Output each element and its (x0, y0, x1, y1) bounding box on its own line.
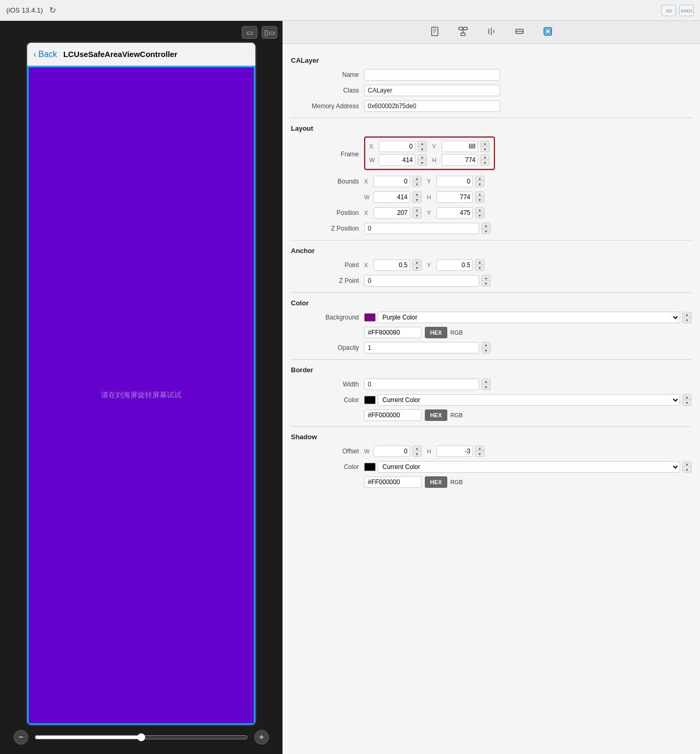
frame-h-input[interactable] (442, 154, 478, 166)
border-color-swatch[interactable] (364, 396, 376, 404)
frame-y-up[interactable]: ▲ (481, 141, 489, 146)
border-width-input[interactable] (364, 379, 479, 390)
bounds-h-up[interactable]: ▲ (476, 192, 484, 197)
position-x-up[interactable]: ▲ (413, 208, 421, 213)
back-button[interactable]: ‹ Back (33, 50, 57, 59)
border-rgb-button[interactable]: RGB (450, 412, 463, 418)
frame-x-input[interactable] (379, 141, 415, 152)
tab-layer[interactable] (540, 25, 556, 40)
border-hex-button[interactable]: HEX (425, 409, 447, 421)
frame-y-input[interactable] (442, 141, 478, 152)
bgcolor-up[interactable]: ▲ (683, 312, 691, 317)
frame-h-up[interactable]: ▲ (481, 155, 489, 160)
memory-label: Memory Address (291, 102, 364, 110)
zoom-in-button[interactable]: + (254, 730, 269, 745)
shadow-color-down[interactable]: ▼ (683, 467, 691, 472)
title-bar: (iOS 13.4.1) ↻ ▭ ▭▭ (0, 0, 700, 21)
svg-rect-13 (544, 28, 551, 35)
frame-x-up[interactable]: ▲ (418, 141, 426, 146)
shadow-hex-input[interactable] (364, 476, 422, 488)
memory-value (364, 100, 692, 112)
zpoint-input[interactable] (364, 275, 479, 287)
bounds-x-down[interactable]: ▼ (413, 181, 421, 187)
single-view-button[interactable]: ▭ (661, 5, 676, 16)
shadow-w-down[interactable]: ▼ (413, 451, 421, 456)
zposition-down[interactable]: ▼ (482, 229, 490, 234)
frame-y-down[interactable]: ▼ (481, 146, 489, 152)
shadow-hex-button[interactable]: HEX (425, 476, 447, 488)
zposition-up[interactable]: ▲ (482, 223, 490, 229)
bounds-x-up[interactable]: ▲ (413, 176, 421, 181)
frame-w-input[interactable] (379, 154, 415, 166)
bounds-w-down[interactable]: ▼ (413, 197, 421, 202)
phone-frame: ‹ Back LCUseSafeAreaViewController 请在刘海屏… (26, 42, 256, 726)
bounds-y-down[interactable]: ▼ (476, 181, 484, 187)
border-color-down[interactable]: ▼ (683, 400, 691, 405)
position-y-input[interactable] (436, 207, 473, 219)
shadow-h-input[interactable] (436, 445, 473, 457)
bgcolor-rgb-button[interactable]: RGB (450, 329, 463, 336)
bgcolor-select[interactable]: Purple Color (378, 312, 680, 323)
bounds-h-input[interactable] (436, 191, 473, 203)
frame-h-down[interactable]: ▼ (481, 160, 489, 165)
border-color-up[interactable]: ▲ (683, 395, 691, 400)
bounds-y-input[interactable] (436, 176, 473, 187)
bounds-w-input[interactable] (374, 191, 410, 203)
anchor-y-input[interactable] (436, 259, 473, 271)
zoom-slider[interactable] (35, 733, 248, 741)
border-width-down[interactable]: ▼ (482, 384, 490, 390)
tab-hierarchy[interactable] (455, 25, 471, 40)
shadow-color-swatch[interactable] (364, 463, 376, 471)
border-width-up[interactable]: ▲ (482, 379, 490, 384)
tab-attributes[interactable] (483, 25, 499, 40)
zpoint-up[interactable]: ▲ (482, 276, 490, 281)
opacity-input[interactable] (364, 342, 479, 353)
anchor-y-down[interactable]: ▼ (476, 265, 484, 270)
shadow-w-label: W (364, 448, 371, 454)
split-view-button[interactable]: ▭▭ (679, 5, 694, 16)
portrait-button[interactable]: ▭ (242, 26, 257, 39)
shadow-rgb-button[interactable]: RGB (450, 479, 463, 485)
anchor-x-input[interactable] (374, 259, 410, 271)
shadow-color-up[interactable]: ▲ (683, 462, 691, 467)
opacity-up[interactable]: ▲ (482, 342, 490, 348)
bgcolor-down[interactable]: ▼ (683, 317, 691, 323)
zoom-out-button[interactable]: − (14, 730, 28, 745)
bgcolor-hex-button[interactable]: HEX (425, 327, 447, 338)
frame-wh-row: W ▲ ▼ H ▲ ▼ (369, 154, 490, 166)
bounds-x-input[interactable] (374, 176, 410, 187)
refresh-button[interactable]: ↻ (49, 5, 56, 15)
border-hex-input[interactable] (364, 409, 422, 421)
position-y-down[interactable]: ▼ (476, 213, 484, 218)
frame-x-down[interactable]: ▼ (418, 146, 426, 152)
position-x-down[interactable]: ▼ (413, 213, 421, 218)
shadow-w-up[interactable]: ▲ (413, 446, 421, 451)
zposition-input[interactable] (364, 223, 479, 234)
bounds-w-up[interactable]: ▲ (413, 192, 421, 197)
tab-file[interactable] (427, 25, 443, 40)
shadow-h-up[interactable]: ▲ (476, 446, 484, 451)
border-color-select[interactable]: Current Color (378, 394, 680, 406)
zpoint-down[interactable]: ▼ (482, 281, 490, 286)
shadow-color-select[interactable]: Current Color (378, 461, 680, 473)
position-x-input[interactable] (374, 207, 410, 219)
class-input[interactable] (364, 85, 500, 96)
landscape-button[interactable]: ▯▭ (262, 26, 277, 39)
frame-y-stepper: ▲ ▼ (480, 141, 490, 152)
memory-input[interactable] (364, 100, 500, 112)
anchor-x-down[interactable]: ▼ (413, 265, 421, 270)
position-y-up[interactable]: ▲ (476, 208, 484, 213)
name-input[interactable] (364, 69, 500, 81)
opacity-down[interactable]: ▼ (482, 348, 490, 353)
bgcolor-hex-input[interactable] (364, 327, 422, 338)
bounds-h-down[interactable]: ▼ (476, 197, 484, 202)
frame-w-up[interactable]: ▲ (418, 155, 426, 160)
bgcolor-swatch[interactable] (364, 313, 376, 322)
tab-size[interactable] (512, 25, 527, 40)
shadow-w-input[interactable] (374, 445, 410, 457)
bounds-y-up[interactable]: ▲ (476, 176, 484, 181)
anchor-y-up[interactable]: ▲ (476, 260, 484, 265)
frame-w-down[interactable]: ▼ (418, 160, 426, 165)
shadow-h-down[interactable]: ▼ (476, 451, 484, 456)
anchor-x-up[interactable]: ▲ (413, 260, 421, 265)
